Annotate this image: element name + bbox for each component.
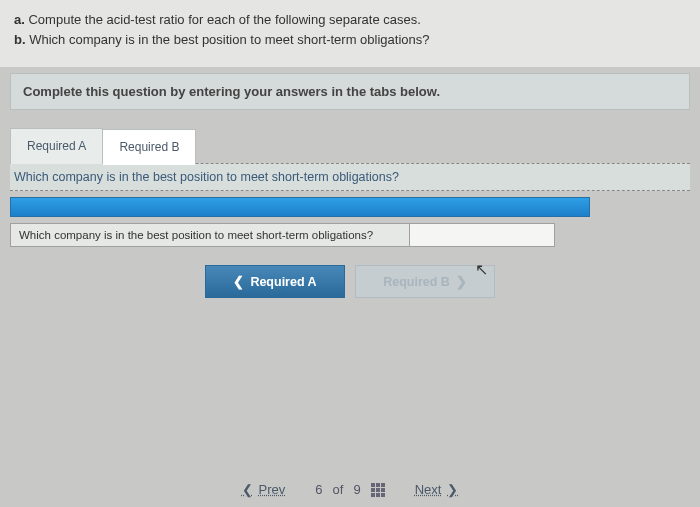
chevron-right-icon: ❯ bbox=[456, 274, 467, 289]
tab-nav-row: ❮ Required A Required B ❯ bbox=[10, 265, 690, 298]
page-total: 9 bbox=[353, 482, 360, 497]
prev-page-label: Prev bbox=[259, 482, 286, 497]
content-area: Required A Required B Which company is i… bbox=[10, 128, 690, 298]
next-page-label: Next bbox=[415, 482, 442, 497]
prev-button-label: Required A bbox=[250, 275, 316, 289]
part-a-label: a. bbox=[14, 12, 25, 27]
answer-input[interactable] bbox=[410, 223, 555, 247]
page-indicator: 6 of 9 bbox=[315, 482, 384, 497]
part-b-text: Which company is in the best position to… bbox=[29, 32, 429, 47]
chevron-left-icon: ❮ bbox=[242, 482, 253, 497]
next-button-label: Required B bbox=[383, 275, 450, 289]
chevron-right-icon: ❯ bbox=[447, 482, 458, 497]
tab-prompt-text: Which company is in the best position to… bbox=[14, 170, 399, 184]
page-current: 6 bbox=[315, 482, 322, 497]
blue-header-bar bbox=[10, 197, 590, 217]
bottom-nav: ❮ Prev 6 of 9 Next ❯ bbox=[0, 482, 700, 497]
instruction-text: Complete this question by entering your … bbox=[23, 84, 440, 99]
part-b-label: b. bbox=[14, 32, 26, 47]
instruction-bar: Complete this question by entering your … bbox=[10, 73, 690, 110]
next-required-b-button: Required B ❯ bbox=[355, 265, 495, 298]
prev-page-button[interactable]: ❮ Prev bbox=[242, 482, 286, 497]
tabs: Required A Required B bbox=[10, 128, 690, 164]
next-page-button[interactable]: Next ❯ bbox=[415, 482, 459, 497]
answer-label-cell: Which company is in the best position to… bbox=[10, 223, 410, 247]
question-header: a. Compute the acid-test ratio for each … bbox=[0, 0, 700, 67]
tab-required-b[interactable]: Required B bbox=[102, 129, 196, 165]
tab-panel-prompt: Which company is in the best position to… bbox=[10, 163, 690, 191]
answer-label-text: Which company is in the best position to… bbox=[19, 229, 373, 241]
answer-row: Which company is in the best position to… bbox=[10, 223, 690, 247]
part-a-text: Compute the acid-test ratio for each of … bbox=[28, 12, 420, 27]
chevron-left-icon: ❮ bbox=[233, 274, 244, 289]
tab-required-a[interactable]: Required A bbox=[10, 128, 103, 164]
page-of: of bbox=[333, 482, 344, 497]
grid-icon[interactable] bbox=[371, 483, 385, 497]
prev-required-a-button[interactable]: ❮ Required A bbox=[205, 265, 345, 298]
